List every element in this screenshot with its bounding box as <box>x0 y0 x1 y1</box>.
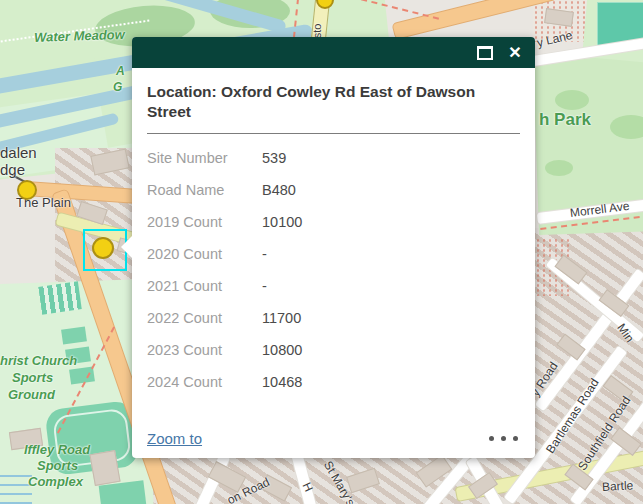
map-label: h Park <box>539 110 591 130</box>
field-value: 10800 <box>262 342 302 358</box>
field-row: 2023 Count 10800 <box>147 334 520 366</box>
popup-body: Location: Oxford Cowley Rd East of Dawso… <box>132 68 535 426</box>
map-label: hrist Church <box>0 353 77 368</box>
site-marker[interactable] <box>17 180 37 200</box>
field-value: 10468 <box>262 374 302 390</box>
map-label: Complex <box>28 474 83 489</box>
more-options-button[interactable] <box>487 432 520 445</box>
road-segment <box>393 0 557 39</box>
field-row: 2020 Count - <box>147 238 520 270</box>
field-label: Site Number <box>147 150 262 166</box>
maximize-icon <box>477 46 493 60</box>
tree-area <box>545 160 573 176</box>
popup-pointer <box>121 236 132 258</box>
map-label: Iffley Road <box>24 442 90 457</box>
tree-area <box>555 90 589 110</box>
building <box>89 450 120 486</box>
field-value: 10100 <box>262 214 302 230</box>
map-label: Sports <box>12 370 53 385</box>
map-label: Ground <box>8 387 55 402</box>
feature-popup: ✕ Location: Oxford Cowley Rd East of Daw… <box>132 37 535 458</box>
field-list: Site Number 539 Road Name B480 2019 Coun… <box>147 142 520 398</box>
map-label: G <box>113 80 122 94</box>
popup-footer: Zoom to <box>147 426 520 450</box>
map-label: Sports <box>37 458 78 473</box>
map-label: dalen <box>0 144 37 161</box>
field-row: 2021 Count - <box>147 270 520 302</box>
field-label: 2021 Count <box>147 278 262 294</box>
popup-header: ✕ <box>132 37 535 68</box>
field-value: 539 <box>262 150 286 166</box>
map-label: A <box>116 64 125 78</box>
field-label: 2024 Count <box>147 374 262 390</box>
close-icon: ✕ <box>508 45 521 61</box>
zoom-to-link[interactable]: Zoom to <box>147 430 202 447</box>
maximize-button[interactable] <box>473 41 497 65</box>
field-value: - <box>262 278 267 294</box>
app-screen: Water MeadowAGdalendgeThe Plainhrist Chu… <box>0 0 643 504</box>
field-value: B480 <box>262 182 296 198</box>
field-label: 2019 Count <box>147 214 262 230</box>
field-row: Site Number 539 <box>147 142 520 174</box>
field-label: Road Name <box>147 182 262 198</box>
title-divider <box>147 133 520 134</box>
field-value: 11700 <box>262 310 301 326</box>
map-label: Bartle <box>602 478 634 494</box>
close-button[interactable]: ✕ <box>503 41 527 65</box>
map-label: Water Meadow <box>34 27 125 45</box>
field-row: 2019 Count 10100 <box>147 206 520 238</box>
site-marker[interactable] <box>92 237 114 259</box>
market-building <box>38 281 82 314</box>
popup-title: Location: Oxford Cowley Rd East of Dawso… <box>147 82 520 123</box>
field-row: 2024 Count 10468 <box>147 366 520 398</box>
field-label: 2023 Count <box>147 342 262 358</box>
field-label: 2022 Count <box>147 310 262 326</box>
field-label: 2020 Count <box>147 246 262 262</box>
field-row: 2022 Count 11700 <box>147 302 520 334</box>
field-value: - <box>262 246 267 262</box>
map-label: dge <box>0 161 25 178</box>
field-row: Road Name B480 <box>147 174 520 206</box>
